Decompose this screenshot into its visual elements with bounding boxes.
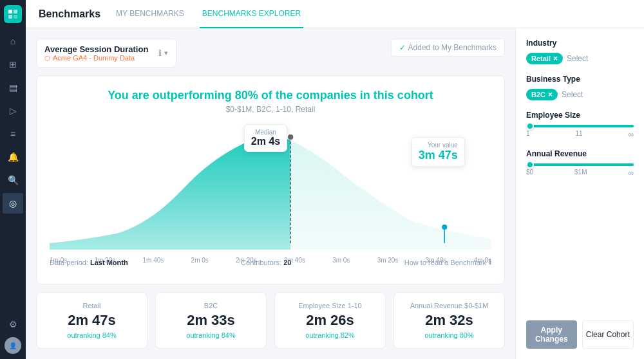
svg-rect-2 — [8, 15, 12, 19]
filter-actions: Apply Changes Clear Cohort — [526, 320, 634, 349]
chart-card: You are outperforming 80% of the compani… — [36, 75, 505, 284]
filter-industry: Industry Retail × Select — [526, 39, 634, 64]
chart-subtext: $0-$1M, B2C, 1-10, Retail — [50, 105, 491, 114]
svg-rect-3 — [14, 15, 17, 19]
bottom-card-revenue: Annual Revenue $0-$1M 2m 32s outranking … — [393, 292, 505, 349]
sidebar-item-settings[interactable]: ⚙ — [3, 314, 23, 335]
metric-name: Average Session Duration — [44, 44, 148, 54]
clear-cohort-button[interactable]: Clear Cohort — [582, 320, 634, 349]
avatar[interactable]: 👤 — [5, 337, 21, 354]
metric-selector[interactable]: Average Session Duration ⬡ Acme GA4 - Du… — [36, 39, 176, 68]
apply-changes-button[interactable]: Apply Changes — [526, 320, 577, 349]
sidebar: ⌂ ⊞ ▤ ▷ ≡ 🔔 🔍 ◎ ⚙ 👤 — [0, 0, 26, 359]
employee-size-slider[interactable] — [526, 125, 634, 127]
filter-business-type: Business Type B2C × Select — [526, 75, 634, 100]
industry-select-button[interactable]: Select — [567, 54, 588, 63]
spacer — [526, 188, 634, 310]
business-type-tag[interactable]: B2C × — [526, 89, 558, 100]
main-area: Benchmarks MY BENCHMARKS BENCHMARKS EXPL… — [26, 0, 644, 359]
filter-employee-size: Employee Size 1 11 ∞ — [526, 111, 634, 139]
annual-revenue-labels: $0 $1M ∞ — [526, 169, 634, 178]
x-axis-labels: 1m 0s 1m 20s 1m 40s 2m 0s 2m 20s 2m 40s … — [50, 257, 491, 264]
check-icon: ✓ — [399, 43, 406, 52]
left-panel: Average Session Duration ⬡ Acme GA4 - Du… — [26, 28, 515, 359]
sidebar-item-bell[interactable]: 🔔 — [3, 147, 23, 167]
sidebar-item-table[interactable]: ⊞ — [3, 54, 23, 75]
filter-annual-revenue: Annual Revenue $0 $1M ∞ — [526, 149, 634, 178]
svg-rect-0 — [8, 10, 12, 14]
app-logo[interactable] — [4, 5, 22, 23]
metric-source: ⬡ Acme GA4 - Dummy Data — [44, 54, 148, 62]
business-type-tag-remove[interactable]: × — [548, 91, 553, 98]
tab-my-benchmarks[interactable]: MY BENCHMARKS — [113, 0, 187, 28]
chart-area: Median 2m 4s Your value 3m 47s — [50, 124, 491, 253]
sidebar-item-list[interactable]: ≡ — [3, 124, 23, 144]
svg-point-7 — [442, 225, 447, 230]
chart-headline: You are outperforming 80% of the compani… — [50, 89, 491, 102]
median-tooltip: Median 2m 4s — [244, 124, 287, 152]
industry-tag[interactable]: Retail × — [526, 53, 563, 64]
employee-size-labels: 1 11 ∞ — [526, 130, 634, 139]
content-area: Average Session Duration ⬡ Acme GA4 - Du… — [26, 28, 644, 359]
business-type-select-button[interactable]: Select — [562, 90, 583, 99]
sidebar-item-benchmarks[interactable]: ◎ — [3, 193, 23, 214]
sidebar-item-video[interactable]: ▷ — [3, 100, 23, 121]
tab-benchmarks-explorer[interactable]: BENCHMARKS EXPLORER — [200, 0, 303, 28]
business-type-tag-row: B2C × Select — [526, 89, 634, 100]
bottom-card-b2c: B2C 2m 33s outranking 84% — [155, 292, 267, 349]
sidebar-item-search[interactable]: 🔍 — [3, 170, 23, 190]
annual-revenue-slider[interactable] — [526, 163, 634, 166]
svg-point-5 — [288, 134, 293, 140]
sidebar-item-home[interactable]: ⌂ — [3, 31, 23, 51]
page-title: Benchmarks — [39, 8, 100, 20]
topnav: Benchmarks MY BENCHMARKS BENCHMARKS EXPL… — [26, 0, 644, 28]
svg-rect-1 — [14, 10, 17, 14]
metric-info-icon[interactable]: ℹ ▾ — [158, 48, 168, 58]
your-value-tooltip: Your value 3m 47s — [412, 137, 465, 167]
bottom-card-retail: Retail 2m 47s outranking 84% — [36, 292, 147, 349]
industry-tag-remove[interactable]: × — [553, 55, 558, 62]
bottom-card-employee: Employee Size 1-10 2m 26s outranking 82% — [274, 292, 386, 349]
added-to-benchmarks-button[interactable]: ✓ Added to My Benchmarks — [391, 39, 505, 57]
bottom-cards: Retail 2m 47s outranking 84% B2C 2m 33s … — [36, 292, 505, 349]
right-panel: Industry Retail × Select Business Type B… — [515, 28, 644, 359]
top-row: Average Session Duration ⬡ Acme GA4 - Du… — [36, 39, 505, 68]
industry-tag-row: Retail × Select — [526, 53, 634, 64]
sidebar-item-chart[interactable]: ▤ — [3, 77, 23, 98]
